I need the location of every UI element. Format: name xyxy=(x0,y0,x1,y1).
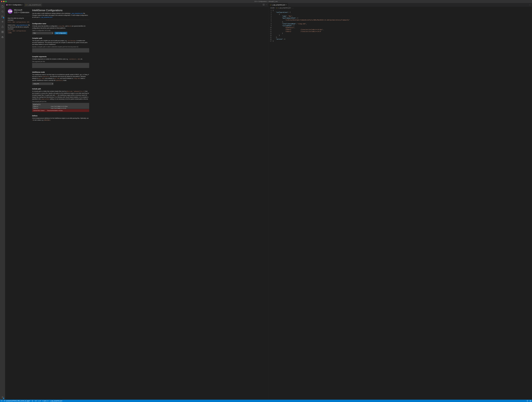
extension-name: C/C++ Extension xyxy=(14,11,29,14)
intro-link2[interactable]: c_cpp_properties.json xyxy=(40,17,52,18)
svg-point-4 xyxy=(2,21,3,22)
switch-prefix: Switch to the xyxy=(8,24,15,26)
close-icon[interactable]: × xyxy=(286,4,287,6)
svg-rect-9 xyxy=(2,37,2,37)
svg-point-13 xyxy=(2,397,3,397)
breadcrumb-more[interactable]: ... xyxy=(292,7,294,9)
config-name-heading: Configuration name xyxy=(32,23,89,25)
intellisense-mode-heading: IntelliSense mode xyxy=(32,71,89,73)
svg-point-15 xyxy=(4,400,4,401)
open-cmd: C/C++: Edit configurations (UI) xyxy=(8,21,30,23)
intro-c: . xyxy=(52,17,53,18)
scm-badge: 3 xyxy=(3,17,4,18)
search-icon[interactable] xyxy=(0,9,5,14)
svg-point-20 xyxy=(48,401,48,401)
svg-point-2 xyxy=(2,17,2,18)
svg-rect-10 xyxy=(2,37,3,37)
testing-icon[interactable] xyxy=(0,24,5,29)
svg-rect-5 xyxy=(2,31,2,32)
problems-indicator[interactable]: 0 0 xyxy=(35,400,41,402)
window-title: C/C++ Configurations — driving622_new xyxy=(254,1,278,2)
svg-point-19 xyxy=(48,400,48,401)
minimize-window-button[interactable] xyxy=(3,1,5,2)
right-editor-pane: {} c_cpp_properties.json × ⋯ .vscode › {… xyxy=(269,3,532,400)
code-content[interactable]: { "configurations": [ { "name": "Mac", "… xyxy=(273,9,532,400)
debug-icon[interactable] xyxy=(0,19,5,24)
explorer-icon[interactable] xyxy=(0,4,5,9)
json-icon: {} xyxy=(270,4,271,6)
sync-icon[interactable] xyxy=(32,400,33,402)
compiler-path-input[interactable] xyxy=(32,48,89,52)
svg-point-0 xyxy=(2,11,3,12)
git-branch[interactable]: user/jramos/FWVAL-699_current_sil_apps* xyxy=(4,400,30,402)
notifications-icon[interactable] xyxy=(530,400,531,402)
svg-rect-7 xyxy=(2,32,2,33)
svg-rect-8 xyxy=(3,32,4,33)
svg-point-1 xyxy=(2,16,2,16)
compiler-args-hint: One argument per line. xyxy=(32,61,89,62)
status-file[interactable]: json | c_cpp_properties.json xyxy=(42,400,62,402)
breadcrumb-folder[interactable]: .vscode xyxy=(270,7,274,9)
svg-rect-11 xyxy=(3,37,3,37)
compiler-args-heading: Compiler arguments xyxy=(32,56,89,57)
svg-point-16 xyxy=(4,401,4,401)
extension-vendor: Microsoft xyxy=(14,9,29,11)
compiler-args-input[interactable] xyxy=(32,63,89,68)
settings-gear-icon[interactable]: 1 xyxy=(0,395,5,400)
include-path-hint: One include path per line. xyxy=(32,101,89,102)
error-path: "linux/usr/include/c++/4.8uu xyxy=(47,110,63,111)
compiler-path-hint: Specify a compiler path or select a dete… xyxy=(32,46,89,48)
maximize-window-button[interactable] xyxy=(5,1,6,2)
svg-rect-12 xyxy=(2,36,3,37)
intro-link1[interactable]: c_cpp_properties.json xyxy=(70,13,83,14)
compiler-path-heading: Compiler path xyxy=(32,37,89,39)
tab-json-right[interactable]: {} c_cpp_properties.json × xyxy=(269,3,288,7)
open-cmd-prefix: Open this editor by using the command: xyxy=(8,18,24,21)
json-icon: {} xyxy=(25,4,27,6)
extension-logo: C/C++ xyxy=(8,9,13,14)
tab-json-left[interactable]: {} c_cpp_properties.json xyxy=(24,3,42,7)
breadcrumb-file[interactable]: c_cpp_properties.json xyxy=(278,7,291,9)
intro-a: Use this editor to edit IntelliSense set… xyxy=(32,13,70,14)
close-window-button[interactable] xyxy=(1,1,2,2)
config-name-hint: Select a configuration set to edit. xyxy=(32,30,89,31)
error-label: Cannot find: /Users/ xyxy=(33,110,47,111)
include-path-input[interactable]: ${default} /Users/ /usr/include/c++/4.8u… xyxy=(32,103,89,109)
svg-point-21 xyxy=(527,400,528,401)
intellisense-mode-select[interactable]: clang-x64 xyxy=(32,83,53,85)
config-select[interactable]: Mac xyxy=(32,32,53,34)
include-path-heading: Include path xyxy=(32,88,89,90)
cpp-icon: C xyxy=(6,4,8,6)
split-editor-icon[interactable] xyxy=(263,4,265,6)
config-ui-content: C/C++ Microsoft C/C++ Extension Open thi… xyxy=(5,7,268,400)
switch-json-link[interactable]: c_cpp_properties.json xyxy=(15,24,28,26)
window-controls xyxy=(1,1,6,2)
code-editor[interactable]: 1234567891011121314151617 { "configurati… xyxy=(269,9,532,400)
left-editor-pane: C C/C++ Configurations × {} c_cpp_proper… xyxy=(5,3,269,400)
remote-indicator[interactable] xyxy=(1,400,2,402)
add-configuration-button[interactable]: Add Configuration xyxy=(55,32,67,34)
more-actions-icon[interactable]: ⋯ xyxy=(266,4,267,6)
activity-bar: 3 1 xyxy=(0,3,5,400)
tab-label: c_cpp_properties.json xyxy=(27,4,41,6)
extensions-icon[interactable] xyxy=(0,29,5,34)
include-path-error: Cannot find: /Users/ "linux/usr/include/… xyxy=(32,109,89,112)
settings-badge: 1 xyxy=(3,398,4,399)
page-title: IntelliSense Configurations xyxy=(32,9,89,12)
source-control-icon[interactable]: 3 xyxy=(0,14,5,19)
feedback-icon[interactable] xyxy=(527,400,528,402)
tab-cpp-config[interactable]: C C/C++ Configurations × xyxy=(5,3,24,7)
switch-cmd: C/C++: Edit configurations (JSON) xyxy=(8,30,26,34)
svg-rect-6 xyxy=(3,31,4,32)
line-numbers: 1234567891011121314151617 xyxy=(269,9,273,400)
docker-icon[interactable] xyxy=(0,34,5,40)
close-icon[interactable]: × xyxy=(22,4,23,6)
more-actions-icon[interactable]: ⋯ xyxy=(529,4,531,6)
defines-heading: Defines xyxy=(32,115,89,117)
chevron-right-icon: › xyxy=(291,7,292,9)
breadcrumb[interactable]: .vscode › {} c_cpp_properties.json › ... xyxy=(269,7,532,9)
json-icon: {} xyxy=(276,7,278,9)
tab-label: c_cpp_properties.json xyxy=(272,4,285,6)
tab-label: C/C++ Configurations xyxy=(8,4,22,6)
tab-bar-left: C C/C++ Configurations × {} c_cpp_proper… xyxy=(5,3,268,7)
